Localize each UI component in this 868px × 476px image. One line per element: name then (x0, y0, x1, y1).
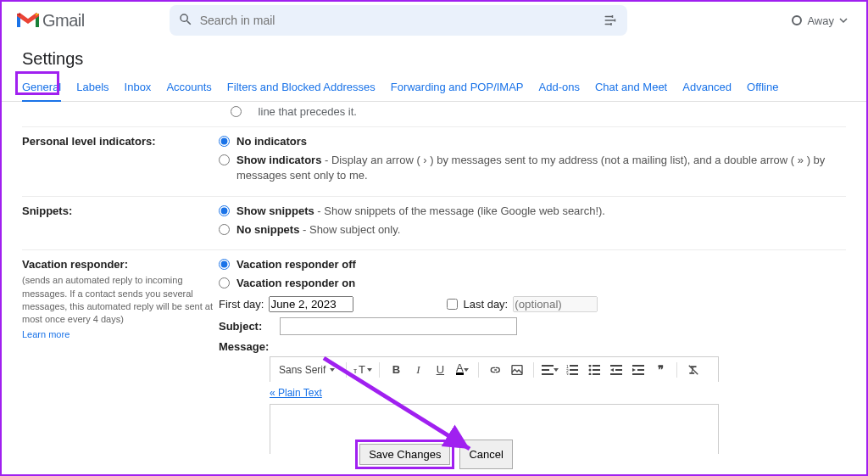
last-day-checkbox[interactable] (447, 299, 458, 310)
search-bar[interactable] (170, 5, 627, 36)
svg-rect-10 (542, 373, 554, 375)
section-vacation-responder: Vacation responder: (sends an automated … (22, 249, 846, 454)
settings-content: Insert signature before quoted text in r… (2, 102, 866, 454)
svg-rect-22 (593, 373, 600, 375)
footer-buttons: Save Changes Cancel (2, 436, 866, 469)
svg-rect-3 (614, 20, 615, 22)
svg-point-17 (589, 365, 592, 367)
cancel-button[interactable]: Cancel (459, 440, 512, 469)
gmail-icon (17, 12, 39, 29)
search-icon (178, 12, 193, 30)
header: Gmail Away (2, 2, 866, 39)
save-changes-button[interactable]: Save Changes (359, 444, 450, 465)
quote-icon[interactable]: ❞ (651, 361, 670, 379)
remove-formatting-icon[interactable] (684, 361, 703, 379)
align-icon[interactable] (541, 361, 559, 379)
svg-rect-16 (570, 373, 578, 375)
tab-forwarding[interactable]: Forwarding and POP/IMAP (391, 76, 524, 101)
svg-rect-25 (610, 373, 622, 375)
font-family-select[interactable]: Sans Serif (275, 364, 339, 376)
highlight-save-button: Save Changes (355, 440, 454, 469)
snippets-show-label: Show snippets - Show snippets of the mes… (236, 204, 605, 219)
vacation-on-label: Vacation responder on (236, 276, 355, 291)
section-personal-level-indicators: Personal level indicators: No indicators… (22, 126, 846, 196)
last-day-label: Last day: (463, 298, 508, 311)
vacation-off-label: Vacation responder off (236, 257, 356, 272)
bullet-list-icon[interactable] (585, 361, 604, 379)
indent-less-icon[interactable] (607, 361, 626, 379)
rte-toolbar: Sans Serif тT B I U A 123 (270, 356, 719, 382)
chevron-down-icon (839, 14, 848, 27)
svg-text:T: T (359, 364, 365, 376)
svg-rect-24 (615, 369, 622, 371)
pli-show-indicators-label: Show indicators - Display an arrow ( › )… (236, 153, 846, 183)
font-size-icon[interactable]: тT (353, 361, 372, 379)
tab-general[interactable]: General (22, 76, 61, 102)
snippets-show-radio[interactable] (219, 205, 230, 216)
tab-inbox[interactable]: Inbox (125, 76, 152, 101)
tab-accounts[interactable]: Accounts (166, 76, 211, 101)
italic-icon[interactable]: I (409, 361, 427, 379)
vacation-learn-more-link[interactable]: Learn more (22, 328, 70, 341)
search-options-icon[interactable] (604, 13, 619, 28)
vacation-subtitle: (sends an automated reply to incoming me… (22, 274, 219, 327)
last-day-input (513, 296, 598, 312)
message-label: Message: (219, 340, 846, 353)
plain-text-link[interactable]: « Plain Text (270, 387, 322, 399)
svg-rect-9 (542, 369, 549, 371)
presence-status[interactable]: Away (783, 14, 856, 27)
svg-rect-4 (610, 23, 612, 25)
settings-tabs: General Labels Inbox Accounts Filters an… (2, 76, 866, 102)
svg-rect-23 (610, 365, 622, 367)
snippets-no-label: No snippets - Show subject only. (236, 222, 400, 238)
svg-point-18 (589, 368, 592, 371)
snippets-title: Snippets: (22, 204, 219, 241)
first-day-label: First day: (219, 298, 264, 311)
svg-rect-2 (611, 15, 613, 18)
vacation-title: Vacation responder: (22, 258, 128, 271)
svg-rect-27 (637, 369, 644, 371)
svg-text:3: 3 (566, 372, 569, 375)
svg-rect-26 (632, 365, 644, 367)
vacation-on-radio[interactable] (219, 277, 230, 288)
signature-insert-option-cutoff: Insert signature before quoted text in r… (231, 105, 846, 118)
tab-advanced[interactable]: Advanced (682, 76, 732, 101)
tab-offline[interactable]: Offline (747, 76, 778, 101)
status-label: Away (807, 14, 834, 27)
pli-no-indicators-label: No indicators (236, 134, 307, 149)
signature-position-radio[interactable] (231, 106, 242, 117)
status-away-icon (792, 15, 802, 25)
tab-labels[interactable]: Labels (76, 76, 108, 101)
svg-rect-8 (542, 365, 554, 367)
subject-label: Subject: (219, 320, 273, 333)
svg-rect-28 (632, 373, 644, 375)
indent-more-icon[interactable] (629, 361, 648, 379)
tab-addons[interactable]: Add-ons (539, 76, 580, 101)
tab-chat-meet[interactable]: Chat and Meet (595, 76, 667, 101)
subject-input[interactable] (280, 317, 517, 335)
first-day-input[interactable] (269, 296, 353, 312)
text-color-icon[interactable]: A (453, 361, 471, 379)
svg-text:т: т (353, 367, 357, 375)
pli-no-indicators-radio[interactable] (219, 136, 230, 147)
cutoff-trailing-text: line that precedes it. (259, 105, 357, 118)
pli-show-indicators-radio[interactable] (219, 154, 230, 165)
svg-rect-20 (593, 365, 600, 367)
image-icon[interactable] (508, 361, 526, 379)
tab-filters[interactable]: Filters and Blocked Addresses (227, 76, 376, 101)
svg-rect-21 (593, 369, 600, 371)
bold-icon[interactable]: B (387, 361, 405, 379)
underline-icon[interactable]: U (431, 361, 449, 379)
link-icon[interactable] (486, 361, 504, 379)
svg-rect-15 (570, 369, 578, 371)
vacation-off-radio[interactable] (219, 259, 230, 270)
vacation-title-block: Vacation responder: (sends an automated … (22, 257, 219, 454)
gmail-wordmark: Gmail (42, 11, 85, 31)
search-input[interactable] (200, 14, 597, 27)
svg-rect-14 (570, 365, 578, 367)
svg-point-19 (589, 372, 592, 375)
numbered-list-icon[interactable]: 123 (563, 361, 581, 379)
page-title: Settings (2, 39, 866, 76)
gmail-logo: Gmail (17, 11, 85, 31)
snippets-no-radio[interactable] (219, 224, 230, 235)
